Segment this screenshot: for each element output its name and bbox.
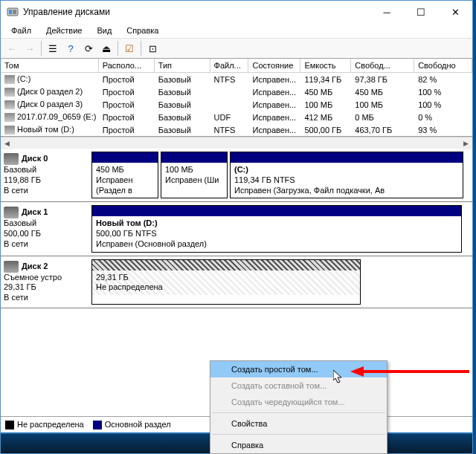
cell xyxy=(210,104,249,106)
cell: Простой xyxy=(99,112,155,123)
cell: Исправен... xyxy=(248,112,300,123)
volume-icon xyxy=(4,100,15,109)
menu-create-simple-volume[interactable]: Создать простой том... xyxy=(210,361,387,377)
app-icon xyxy=(7,6,19,18)
scroll-right-icon[interactable]: ▶ xyxy=(460,137,472,149)
refresh-button[interactable]: ⟳ xyxy=(80,40,97,56)
menu-create-striped-volume[interactable]: Создать чередующийся том... xyxy=(210,394,387,410)
disk-info: Диск 2Съемное устро29,31 ГБВ сети xyxy=(4,259,91,305)
volume-icon xyxy=(4,126,15,134)
menubar: Файл Действие Вид Справка xyxy=(1,23,472,38)
menu-view[interactable]: Вид xyxy=(89,25,119,36)
cell: 450 МБ xyxy=(351,87,414,97)
window-title: Управление дисками xyxy=(23,7,370,17)
cell: Базовый xyxy=(155,74,210,85)
cell: 463,70 ГБ xyxy=(351,125,414,135)
legend-unallocated: Не распределена xyxy=(5,420,84,429)
partition[interactable]: 100 МБИсправен (Ши xyxy=(161,152,228,198)
horizontal-scrollbar[interactable]: ◀ ▶ xyxy=(1,137,472,149)
menu-action[interactable]: Действие xyxy=(39,25,89,36)
cell: Простой xyxy=(99,87,155,97)
col-filesystem[interactable]: Файл... xyxy=(210,59,249,73)
disk-row: Диск 2Съемное устро29,31 ГБВ сети29,31 Г… xyxy=(1,256,472,308)
volume-icon xyxy=(4,75,15,84)
col-status[interactable]: Состояние xyxy=(248,59,300,73)
cell xyxy=(210,91,249,93)
legend-primary: Основной раздел xyxy=(93,420,171,429)
disk-row: Диск 1Базовый500,00 ГБВ сетиНовый том (D… xyxy=(1,202,472,256)
close-button[interactable]: ✕ xyxy=(438,1,472,23)
cell: Исправен... xyxy=(248,74,300,85)
properties-button[interactable]: ☑ xyxy=(121,40,138,56)
volume-icon xyxy=(4,88,15,97)
col-volume[interactable]: Том xyxy=(1,59,99,73)
menu-create-spanned-volume[interactable]: Создать составной том... xyxy=(210,377,387,394)
cell: Новый том (D:) xyxy=(1,124,99,135)
col-percent[interactable]: Свободно xyxy=(414,59,472,73)
cell: Базовый xyxy=(155,87,210,97)
cell: 100 МБ xyxy=(300,100,351,110)
disk-icon xyxy=(4,153,19,165)
volume-icon xyxy=(4,113,15,122)
cell: 412 МБ xyxy=(300,112,351,123)
partition[interactable]: 450 МБИсправен (Раздел в xyxy=(91,152,158,198)
menu-file[interactable]: Файл xyxy=(4,25,39,36)
cell: Простой xyxy=(99,74,155,85)
context-menu: Создать простой том... Создать составной… xyxy=(210,360,387,454)
col-layout[interactable]: Располо... xyxy=(99,59,155,73)
col-type[interactable]: Тип xyxy=(155,59,210,73)
disk-icon xyxy=(4,207,19,218)
table-row[interactable]: (Диск 0 раздел 3)ПростойБазовыйИсправен.… xyxy=(1,98,472,111)
cell: 97,38 ГБ xyxy=(351,74,414,85)
cell: 119,34 ГБ xyxy=(300,74,351,85)
col-free[interactable]: Свобод... xyxy=(351,59,414,73)
svg-rect-1 xyxy=(9,10,12,14)
cell: NTFS xyxy=(210,74,249,85)
cell: 100 % xyxy=(414,87,472,97)
titlebar[interactable]: Управление дисками ─ ☐ ✕ xyxy=(1,1,472,23)
cell: 100 % xyxy=(414,100,472,110)
menu-help[interactable]: Справка xyxy=(210,437,387,453)
disk-icon xyxy=(4,261,19,273)
back-button[interactable]: ← xyxy=(4,40,20,56)
cell: Базовый xyxy=(155,100,210,110)
col-capacity[interactable]: Емкость xyxy=(300,59,351,73)
forward-button[interactable]: → xyxy=(22,40,38,56)
table-row[interactable]: 2017.07.09_0659 (E:)ПростойБазовыйUDFИсп… xyxy=(1,111,472,123)
cell: 93 % xyxy=(414,125,472,135)
table-row[interactable]: (C:)ПростойБазовыйNTFSИсправен...119,34 … xyxy=(1,73,472,85)
cell: Исправен... xyxy=(248,87,300,97)
cell: 0 МБ xyxy=(351,112,414,123)
cell: 450 МБ xyxy=(300,87,351,97)
partition[interactable]: (C:)119,34 ГБ NTFSИсправен (Загрузка, Фа… xyxy=(230,152,463,198)
svg-rect-2 xyxy=(13,10,16,14)
table-row[interactable]: Новый том (D:)ПростойБазовыйNTFSИсправен… xyxy=(1,123,472,136)
cell: Простой xyxy=(99,100,155,110)
cell: Базовый xyxy=(155,112,210,123)
minimize-button[interactable]: ─ xyxy=(370,1,404,23)
partition[interactable]: Новый том (D:)500,00 ГБ NTFSИсправен (Ос… xyxy=(91,205,462,252)
volume-list-header: Том Располо... Тип Файл... Состояние Емк… xyxy=(1,59,472,73)
cell: (Диск 0 раздел 2) xyxy=(1,86,99,97)
eject-button[interactable]: ⏏ xyxy=(98,40,115,56)
disk-info: Диск 1Базовый500,00 ГБВ сети xyxy=(4,205,91,252)
volume-list[interactable]: Том Располо... Тип Файл... Состояние Емк… xyxy=(1,59,472,137)
cell: Исправен... xyxy=(248,100,300,110)
cell: 0 % xyxy=(414,112,472,123)
partition[interactable]: 29,31 ГБНе распределена xyxy=(91,259,361,305)
cell: NTFS xyxy=(210,125,249,135)
disk-info: Диск 0Базовый119,88 ГБВ сети xyxy=(4,152,91,198)
table-row[interactable]: (Диск 0 раздел 2)ПростойБазовыйИсправен.… xyxy=(1,85,472,98)
cell: 82 % xyxy=(414,74,472,85)
help-button[interactable]: ? xyxy=(62,40,79,56)
maximize-button[interactable]: ☐ xyxy=(404,1,438,23)
cell: 500,00 ГБ xyxy=(300,125,351,135)
toolbar: ← → ☰ ? ⟳ ⏏ ☑ ⊡ xyxy=(1,38,472,59)
menu-help[interactable]: Справка xyxy=(119,25,166,36)
scroll-left-icon[interactable]: ◀ xyxy=(1,137,13,149)
show-panel-button[interactable]: ☰ xyxy=(45,40,61,56)
options-button[interactable]: ⊡ xyxy=(144,40,161,56)
cell: 2017.07.09_0659 (E:) xyxy=(1,111,99,123)
menu-properties[interactable]: Свойства xyxy=(210,415,387,432)
cell: (C:) xyxy=(1,74,99,85)
